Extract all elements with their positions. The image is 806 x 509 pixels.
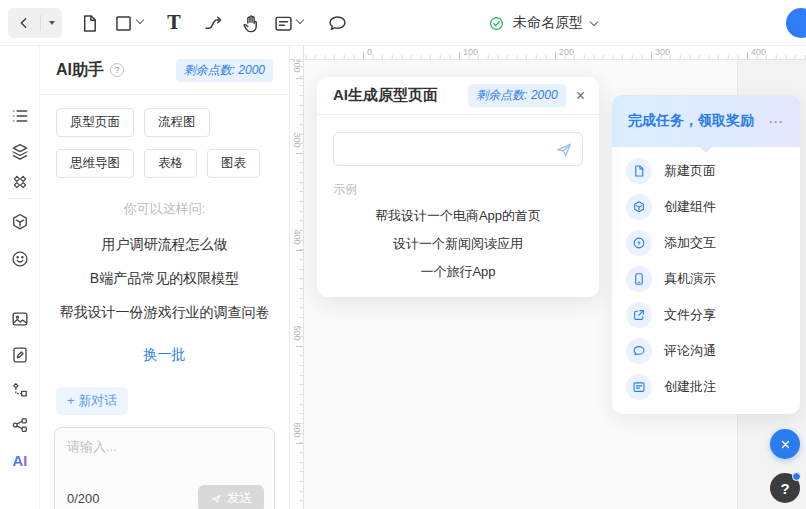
ruler-label: 400 [292, 229, 302, 244]
emoji-icon[interactable] [9, 248, 31, 270]
ruler-label: 300 [655, 47, 670, 57]
chevron-down-icon[interactable] [296, 16, 304, 24]
send-label: 发送 [227, 490, 252, 507]
material-icon[interactable] [9, 211, 31, 233]
chat-input-footer: 0/200 发送 [67, 485, 264, 509]
suggestion-item[interactable]: 帮我设计一份游戏行业的调查问卷 [40, 302, 289, 322]
task-item-device-preview[interactable]: 真机演示 [612, 261, 800, 297]
modal-title: AI生成原型页面 [333, 86, 438, 105]
chevron-down-icon[interactable] [590, 17, 598, 25]
ruler-tick [296, 78, 303, 79]
task-item-create-component[interactable]: 创建组件 [612, 189, 800, 225]
ruler-horizontal: 0 100 200 300 400 [290, 46, 806, 60]
ruler-label: 0 [367, 47, 372, 57]
share-icon [626, 302, 652, 328]
refresh-suggestions-link[interactable]: 换一批 [40, 346, 289, 364]
suggestion-list: 用户调研流程怎么做 B端产品常见的权限模型 帮我设计一份游戏行业的调查问卷 [40, 234, 289, 336]
example-item[interactable]: 一个旅行App [317, 263, 599, 280]
ruler-label: 200 [292, 60, 302, 73]
ai-generate-modal: AI生成原型页面 剩余点数: 2000 × 示例 帮我设计一个电商App的首页 … [317, 77, 599, 297]
ruler-tick [651, 52, 652, 59]
task-item-add-interaction[interactable]: 添加交互 [612, 225, 800, 261]
points-badge: 剩余点数: 2000 [468, 84, 565, 107]
ruler-tick [747, 52, 748, 59]
chat-input-card: 0/200 发送 [54, 427, 275, 509]
close-icon[interactable]: × [576, 88, 585, 104]
example-item[interactable]: 设计一个新闻阅读应用 [317, 235, 599, 252]
ruler-label: 200 [559, 47, 574, 57]
connector-icon[interactable] [201, 11, 225, 35]
document-title-group[interactable]: 未命名原型 [488, 0, 597, 46]
chat-input[interactable] [55, 428, 274, 480]
more-icon[interactable]: ⋯ [768, 114, 784, 129]
tag-chart[interactable]: 图表 [207, 149, 260, 178]
interaction-icon [626, 230, 652, 256]
tag-flowchart[interactable]: 流程图 [144, 108, 210, 137]
suggestion-item[interactable]: 用户调研流程怎么做 [40, 234, 289, 254]
modal-header: AI生成原型页面 剩余点数: 2000 × [317, 77, 599, 115]
prompt-input-wrap [333, 132, 583, 166]
notification-dot [792, 472, 801, 481]
ai-icon[interactable]: AI [9, 449, 31, 471]
task-label: 新建页面 [664, 162, 716, 180]
ruler-corner [290, 46, 304, 60]
task-panel-title: 完成任务，领取奖励 [628, 112, 754, 130]
close-float-button[interactable] [770, 429, 800, 459]
integrations-icon[interactable] [9, 414, 31, 436]
left-icon-sidebar: AI [0, 46, 40, 509]
task-panel-header: 完成任务，领取奖励 ⋯ [612, 95, 800, 147]
example-item[interactable]: 帮我设计一个电商App的首页 [317, 207, 599, 224]
prompt-input[interactable] [334, 133, 582, 165]
annotation-icon [626, 374, 652, 400]
design-file-icon[interactable] [9, 344, 31, 366]
components-icon[interactable] [9, 171, 31, 193]
frame-icon[interactable] [111, 11, 135, 35]
avatar[interactable] [786, 8, 806, 38]
divider [8, 198, 32, 199]
toolbar: T 未命名原型 [0, 0, 806, 46]
tag-mindmap[interactable]: 思维导图 [56, 149, 134, 178]
tag-prototype-page[interactable]: 原型页面 [56, 108, 134, 137]
check-circle-icon [488, 15, 505, 32]
close-icon [779, 438, 792, 451]
hand-tool-icon[interactable] [239, 11, 263, 35]
points-badge: 剩余点数: 2000 [176, 59, 273, 82]
help-glyph: ? [780, 480, 789, 497]
task-item-comment[interactable]: 评论沟通 [612, 333, 800, 369]
ai-panel-header: AI助手 ? 剩余点数: 2000 [40, 46, 289, 95]
note-icon[interactable] [271, 11, 295, 35]
ruler-label: 600 [292, 422, 302, 437]
ruler-label: 500 [292, 325, 302, 340]
examples-list: 帮我设计一个电商App的首页 设计一个新闻阅读应用 一个旅行App [317, 207, 599, 280]
help-icon[interactable]: ? [110, 63, 124, 77]
back-icon[interactable] [8, 8, 40, 38]
list-icon[interactable] [9, 105, 31, 127]
chevron-down-icon[interactable] [136, 16, 144, 24]
task-item-file-share[interactable]: 文件分享 [612, 297, 800, 333]
chat-bubble-icon[interactable] [325, 11, 349, 35]
ruler-vertical: 200 300 400 500 600 [290, 60, 304, 509]
task-reward-panel: 完成任务，领取奖励 ⋯ 新建页面 创建组件 添加交互 真机演示 [612, 95, 800, 414]
new-page-icon[interactable] [77, 11, 101, 35]
ruler-minor-ticks [299, 60, 303, 509]
task-label: 添加交互 [664, 234, 716, 252]
new-chat-button[interactable]: + 新对话 [56, 387, 128, 415]
task-item-annotation[interactable]: 创建批注 [612, 369, 800, 405]
layers-icon[interactable] [9, 141, 31, 163]
suggestion-item[interactable]: B端产品常见的权限模型 [40, 268, 289, 288]
ai-panel-title: AI助手 [56, 60, 104, 81]
caret-down-icon[interactable] [41, 8, 62, 38]
vector-icon[interactable] [9, 379, 31, 401]
send-plane-icon[interactable] [554, 140, 574, 160]
ruler-tick [296, 250, 303, 251]
help-float-button[interactable]: ? [770, 473, 800, 503]
text-tool-icon[interactable]: T [162, 11, 186, 35]
send-button[interactable]: 发送 [198, 485, 264, 509]
ruler-label: 300 [292, 132, 302, 147]
back-button-group[interactable] [8, 8, 62, 38]
task-label: 真机演示 [664, 270, 716, 288]
image-icon[interactable] [9, 308, 31, 330]
category-tags: 原型页面 流程图 思维导图 表格 图表 [40, 95, 289, 178]
ask-hint: 你可以这样问: [40, 200, 289, 218]
tag-table[interactable]: 表格 [144, 149, 197, 178]
